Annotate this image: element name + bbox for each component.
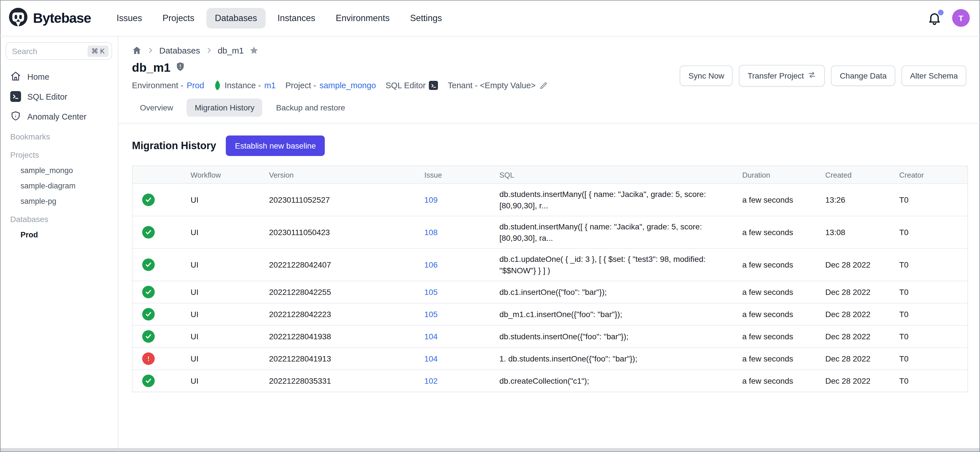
tab-item[interactable]: Migration History [187, 99, 262, 117]
version-cell: 20221228042407 [269, 260, 424, 269]
sidebar: ⌘ K Home SQL Editor [0, 37, 118, 452]
sidebar-project-item[interactable]: sample-pg [6, 193, 112, 209]
issue-link[interactable]: 104 [424, 354, 438, 363]
top-nav-item[interactable]: Projects [154, 8, 203, 28]
created-cell: 13:08 [825, 228, 899, 237]
issue-cell: 106 [424, 260, 500, 269]
alter-schema-button[interactable]: Alter Schema [902, 65, 966, 86]
version-cell: 20221228042223 [269, 310, 424, 319]
main-content: Databases db_m1 db_m1 [118, 37, 980, 452]
version-cell: 20221228042255 [269, 287, 424, 297]
tab-item[interactable]: Overview [132, 99, 181, 117]
sync-now-button[interactable]: Sync Now [680, 65, 733, 86]
created-cell: Dec 28 2022 [825, 376, 899, 385]
instance-link[interactable]: m1 [264, 81, 275, 90]
mongodb-leaf-icon [214, 80, 221, 91]
notification-dot [938, 10, 943, 15]
table-column-header: Duration [742, 171, 825, 179]
transfer-project-button[interactable]: Transfer Project [739, 65, 825, 86]
sidebar-item-sql-editor[interactable]: SQL Editor [6, 86, 112, 107]
issue-cell: 104 [424, 354, 500, 363]
status-icon [142, 286, 155, 298]
bookmark-star-icon[interactable] [249, 46, 259, 55]
issue-cell: 105 [424, 310, 500, 319]
sidebar-item-anomaly-center[interactable]: Anomaly Center [6, 107, 112, 126]
sql-cell: db.students.insertMany([ { name: "Jacika… [500, 188, 742, 211]
table-row[interactable]: UI 20221228042223 105 db_m1.c1.insertOne… [132, 303, 967, 325]
top-nav-item[interactable]: Databases [207, 8, 266, 28]
section-title: Migration History [132, 140, 216, 152]
terminal-icon [429, 81, 438, 90]
top-nav-item[interactable]: Settings [402, 8, 450, 28]
breadcrumb-databases[interactable]: Databases [159, 46, 200, 55]
creator-cell: T0 [899, 260, 969, 269]
tab-item[interactable]: Backup and restore [268, 99, 353, 117]
issue-link[interactable]: 104 [424, 332, 438, 341]
sql-cell: db.students.insertOne({"foo": "bar"}); [500, 331, 742, 342]
sidebar-section-bookmarks: Bookmarks [6, 126, 112, 145]
table-row[interactable]: UI 20221228042407 106 db.c1.updateOne( {… [132, 248, 967, 281]
created-cell: Dec 28 2022 [825, 260, 899, 269]
created-cell: Dec 28 2022 [825, 332, 899, 341]
top-nav-item[interactable]: Instances [269, 8, 324, 28]
breadcrumb-home-icon[interactable] [132, 46, 142, 55]
top-nav-item[interactable]: Environments [327, 8, 398, 28]
table-row[interactable]: UI 20221228041913 104 1. db.students.ins… [132, 347, 967, 369]
terminal-icon [10, 91, 21, 102]
table-row[interactable]: UI 20221228041938 104 db.students.insert… [132, 325, 967, 347]
tenant-label: Tenant - <Empty Value> [448, 81, 536, 90]
bytebase-logo[interactable]: Bytebase [8, 6, 91, 29]
sidebar-item-label: Home [27, 72, 49, 81]
meta-sql-editor[interactable]: SQL Editor [386, 81, 438, 90]
creator-cell: T0 [899, 310, 969, 319]
issue-link[interactable]: 106 [424, 260, 438, 269]
establish-baseline-button[interactable]: Establish new baseline [226, 136, 325, 156]
issue-link[interactable]: 102 [424, 376, 438, 385]
issue-link[interactable]: 108 [424, 228, 438, 237]
created-cell: 13:26 [825, 195, 899, 204]
notification-bell-icon[interactable] [927, 11, 942, 26]
project-link[interactable]: sample_mongo [319, 81, 375, 90]
table-row[interactable]: UI 20230111052527 109 db.students.insert… [132, 183, 967, 216]
creator-cell: T0 [899, 354, 969, 363]
status-icon [142, 226, 155, 238]
sql-cell: db.student.insertMany([ { name: "Jacika"… [500, 221, 742, 244]
workflow-cell: UI [191, 354, 269, 363]
table-row[interactable]: UI 20230111050423 108 db.student.insertM… [132, 216, 967, 248]
issue-link[interactable]: 109 [424, 195, 438, 204]
environment-link[interactable]: Prod [187, 81, 204, 90]
sidebar-item-home[interactable]: Home [6, 67, 112, 86]
top-nav-item[interactable]: Issues [108, 8, 151, 28]
status-cell [132, 375, 191, 387]
project-label: Project - [285, 81, 316, 90]
version-cell: 20221228035331 [269, 376, 424, 385]
table-row[interactable]: UI 20221228035331 102 db.createCollectio… [132, 369, 967, 392]
table-row[interactable]: UI 20221228042255 105 db.c1.insertOne({"… [132, 281, 967, 303]
search-input[interactable] [12, 46, 87, 56]
breadcrumb: Databases db_m1 [118, 37, 980, 55]
workflow-cell: UI [191, 287, 269, 297]
workflow-cell: UI [191, 228, 269, 237]
header-actions: Sync Now Transfer Project Change Data Al… [680, 65, 966, 86]
table-column-header: Issue [424, 171, 500, 179]
bytebase-app: Bytebase IssuesProjectsDatabasesInstance… [0, 0, 980, 452]
database-tabs: OverviewMigration HistoryBackup and rest… [118, 91, 980, 123]
meta-project: Project - sample_mongo [285, 81, 375, 90]
change-data-button[interactable]: Change Data [831, 65, 895, 86]
user-avatar[interactable]: T [952, 9, 970, 27]
breadcrumb-db-m1[interactable]: db_m1 [218, 46, 244, 55]
transfer-project-label: Transfer Project [748, 71, 804, 80]
sidebar-database-item[interactable]: Prod [6, 227, 112, 243]
page-title: db_m1 [132, 61, 170, 75]
status-icon [142, 259, 155, 271]
created-cell: Dec 28 2022 [825, 310, 899, 319]
sidebar-project-item[interactable]: sample-diagram [6, 178, 112, 193]
top-navigation: IssuesProjectsDatabasesInstancesEnvironm… [108, 8, 450, 28]
database-meta-row: Environment - Prod Instance - [132, 80, 548, 91]
edit-pencil-icon[interactable] [539, 81, 548, 89]
sidebar-project-item[interactable]: sample_mongo [6, 163, 112, 178]
issue-link[interactable]: 105 [424, 310, 438, 319]
instance-label: Instance - [225, 81, 261, 90]
bottom-scrollbar-track[interactable] [0, 448, 980, 452]
issue-link[interactable]: 105 [424, 287, 438, 297]
